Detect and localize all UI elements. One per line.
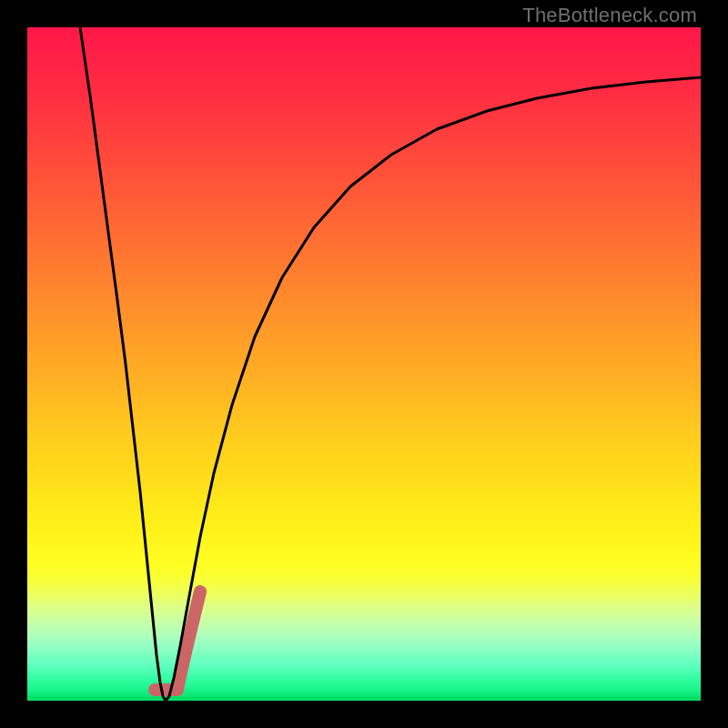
bottleneck-curve (80, 27, 701, 701)
chart-frame: TheBottleneck.com (0, 0, 728, 728)
watermark-text: TheBottleneck.com (522, 4, 697, 27)
curve-layer (27, 27, 701, 701)
highlight-j-stroke (155, 592, 200, 690)
plot-area (27, 27, 701, 701)
